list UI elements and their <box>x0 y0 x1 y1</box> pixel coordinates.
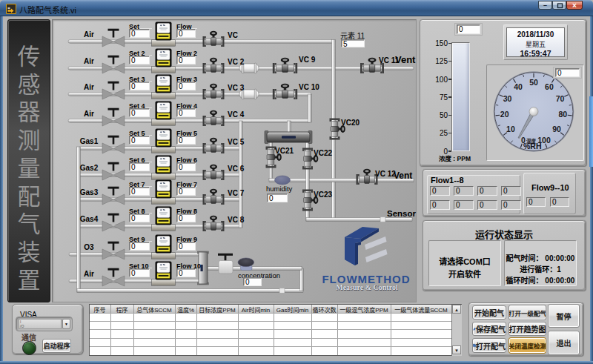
svg-text:40: 40 <box>514 82 523 91</box>
svg-text:20: 20 <box>500 110 509 119</box>
svg-text:30: 30 <box>503 94 512 103</box>
svg-text:50: 50 <box>529 78 538 87</box>
svg-text:90: 90 <box>552 125 561 133</box>
svg-text:70: 70 <box>556 94 565 103</box>
svg-text:10: 10 <box>506 125 515 133</box>
svg-text:80: 80 <box>558 110 567 119</box>
svg-text:60: 60 <box>545 82 554 91</box>
